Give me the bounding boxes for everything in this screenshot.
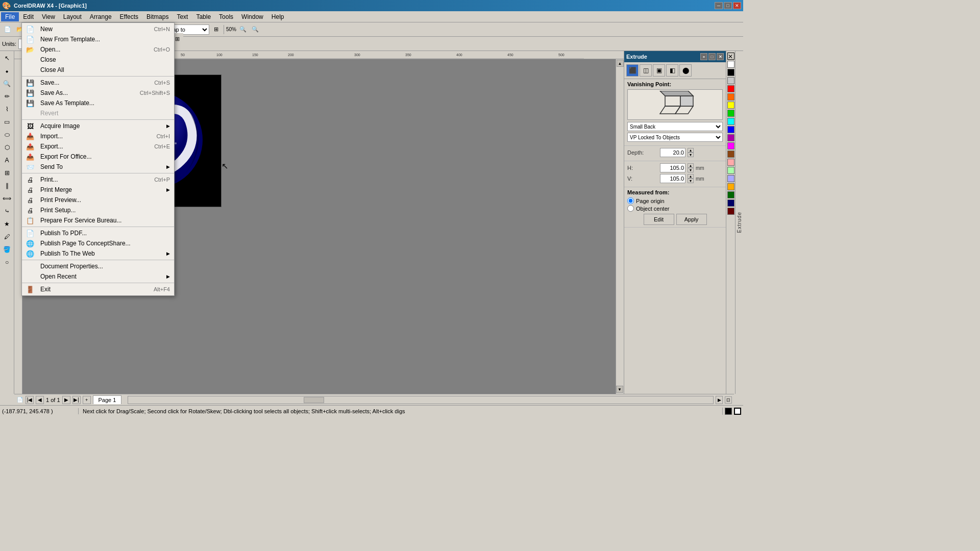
expand-btn[interactable]: ⊡	[725, 396, 732, 404]
menu-send-to[interactable]: 📨 Send To	[22, 162, 174, 172]
color-green[interactable]	[727, 110, 734, 117]
menu-open[interactable]: 📂 Open... Ctrl+O	[22, 44, 174, 55]
color-light-blue[interactable]	[727, 175, 734, 182]
color-red[interactable]	[727, 85, 734, 92]
extrude-type-4[interactable]: ◧	[666, 64, 678, 77]
menu-export-office[interactable]: 📤 Export For Office...	[22, 152, 174, 162]
radio-object-center[interactable]	[627, 205, 634, 212]
scroll-right[interactable]: ▶	[716, 396, 723, 404]
menu-save-as[interactable]: 💾 Save As... Ctrl+Shift+S	[22, 88, 174, 98]
menu-edit[interactable]: Edit	[19, 12, 38, 21]
tool-connector[interactable]: ⤷	[1, 205, 13, 217]
menu-table[interactable]: Table	[192, 12, 215, 21]
color-white[interactable]	[727, 61, 734, 68]
outline-swatch[interactable]	[734, 408, 741, 415]
apply-button[interactable]: Apply	[676, 214, 707, 225]
menu-close-all[interactable]: Close All	[22, 65, 174, 75]
menu-view[interactable]: View	[38, 12, 59, 21]
menu-import[interactable]: 📥 Import... Ctrl+I	[22, 131, 174, 141]
panel-dock[interactable]: □	[708, 53, 716, 60]
v-input[interactable]	[660, 174, 685, 183]
menu-bitmaps[interactable]: Bitmaps	[142, 12, 173, 21]
tool-freehand[interactable]: ✏	[1, 90, 13, 103]
menu-window[interactable]: Window	[237, 12, 267, 21]
menu-print-setup[interactable]: 🖨 Print Setup...	[22, 205, 174, 215]
menu-arrange[interactable]: Arrange	[86, 12, 116, 21]
tool-table[interactable]: ⊞	[1, 167, 13, 179]
page-nav-icon[interactable]: 📄	[16, 396, 23, 404]
menu-save-template[interactable]: 💾 Save As Template...	[22, 98, 174, 108]
tool-smart[interactable]: ⌇	[1, 103, 13, 115]
tool-dimension[interactable]: ⟺	[1, 192, 13, 205]
color-blue[interactable]	[727, 126, 734, 133]
tool-eyedropper[interactable]: 🖊	[1, 231, 13, 243]
extrude-type-2[interactable]: ◫	[640, 64, 652, 77]
v-spin-down[interactable]: ▼	[688, 179, 694, 183]
color-dark-red[interactable]	[727, 208, 734, 215]
tb-zoom-in[interactable]: 🔍	[237, 24, 249, 35]
tool-select[interactable]: ↖	[1, 52, 13, 64]
tool-ellipse[interactable]: ⬭	[1, 129, 13, 141]
vp-position-select[interactable]: Small Back Small Front Big Back	[627, 122, 723, 131]
extrude-type-3[interactable]: ▣	[653, 64, 665, 77]
menu-export[interactable]: 📤 Export... Ctrl+E	[22, 141, 174, 152]
color-light-green[interactable]	[727, 167, 734, 174]
vp-locked-select[interactable]: VP Locked To Objects VP Locked To Page	[627, 133, 723, 142]
h-spin-up[interactable]: ▲	[688, 163, 694, 168]
edit-button[interactable]: Edit	[644, 214, 674, 225]
menu-text[interactable]: Text	[173, 12, 192, 21]
menu-exit[interactable]: 🚪 Exit Alt+F4	[22, 284, 174, 294]
menu-file[interactable]: File	[1, 12, 19, 21]
depth-input[interactable]	[660, 148, 685, 157]
color-grey[interactable]	[727, 77, 734, 84]
scroll-down[interactable]: ▼	[616, 386, 623, 393]
menu-open-recent[interactable]: Open Recent	[22, 271, 174, 282]
close-button[interactable]: ✕	[733, 2, 741, 9]
color-cyan[interactable]	[727, 118, 734, 125]
menu-tools[interactable]: Tools	[215, 12, 237, 21]
menu-print[interactable]: 🖨 Print... Ctrl+P	[22, 174, 174, 185]
menu-layout[interactable]: Layout	[59, 12, 86, 21]
menu-new[interactable]: 📄 New Ctrl+N	[22, 24, 174, 34]
page-next[interactable]: ▶	[62, 396, 70, 404]
tool-text[interactable]: A	[1, 154, 13, 166]
tb-zoom-out[interactable]: 🔍	[250, 24, 261, 35]
panel-close[interactable]: ✕	[717, 53, 724, 60]
menu-publish-web[interactable]: 🌐 Publish To The Web	[22, 248, 174, 259]
menu-publish-pdf[interactable]: 📄 Publish To PDF...	[22, 228, 174, 238]
menu-close[interactable]: Close	[22, 55, 174, 65]
fill-swatch[interactable]	[725, 408, 732, 415]
depth-spin-up[interactable]: ▲	[688, 148, 694, 153]
color-purple[interactable]	[727, 134, 734, 141]
menu-service-bureau[interactable]: 📋 Prepare For Service Bureau...	[22, 215, 174, 226]
tool-interactive[interactable]: ★	[1, 218, 13, 230]
tool-parallel[interactable]: ∥	[1, 180, 13, 192]
page-last[interactable]: ▶|	[72, 396, 81, 404]
color-magenta[interactable]	[727, 142, 734, 149]
extrude-type-5[interactable]: ⬤	[679, 64, 692, 77]
scroll-up[interactable]: ▲	[617, 60, 624, 67]
color-brown[interactable]	[727, 151, 734, 158]
menu-doc-props[interactable]: Document Properties...	[22, 261, 174, 271]
tool-zoom[interactable]: 🔍	[1, 78, 13, 90]
extrude-tab[interactable]: Extrude	[735, 51, 743, 394]
menu-print-merge[interactable]: 🖨 Print Merge	[22, 185, 174, 195]
menu-effects[interactable]: Effects	[116, 12, 142, 21]
menu-acquire[interactable]: 🖼 Acquire Image	[22, 121, 174, 131]
radio-page-origin[interactable]	[627, 197, 634, 204]
tool-polygon[interactable]: ⬡	[1, 141, 13, 154]
color-pink[interactable]	[727, 159, 734, 166]
h-input[interactable]	[660, 163, 685, 172]
minimize-button[interactable]: ─	[715, 2, 723, 9]
color-orange[interactable]	[727, 93, 734, 101]
menu-print-preview[interactable]: 🖨 Print Preview...	[22, 195, 174, 205]
panel-expand[interactable]: »	[700, 53, 707, 60]
h-scrollbar[interactable]	[128, 396, 714, 404]
tb-snap[interactable]: ⊞	[210, 24, 222, 35]
vertical-scrollbar[interactable]: ▲ ▼	[616, 59, 624, 394]
tool-rect[interactable]: ▭	[1, 116, 13, 128]
v-spin-up[interactable]: ▲	[688, 174, 694, 179]
tool-fill[interactable]: 🪣	[1, 243, 13, 256]
page-prev[interactable]: ◀	[36, 396, 44, 404]
page-add[interactable]: +	[83, 396, 91, 404]
